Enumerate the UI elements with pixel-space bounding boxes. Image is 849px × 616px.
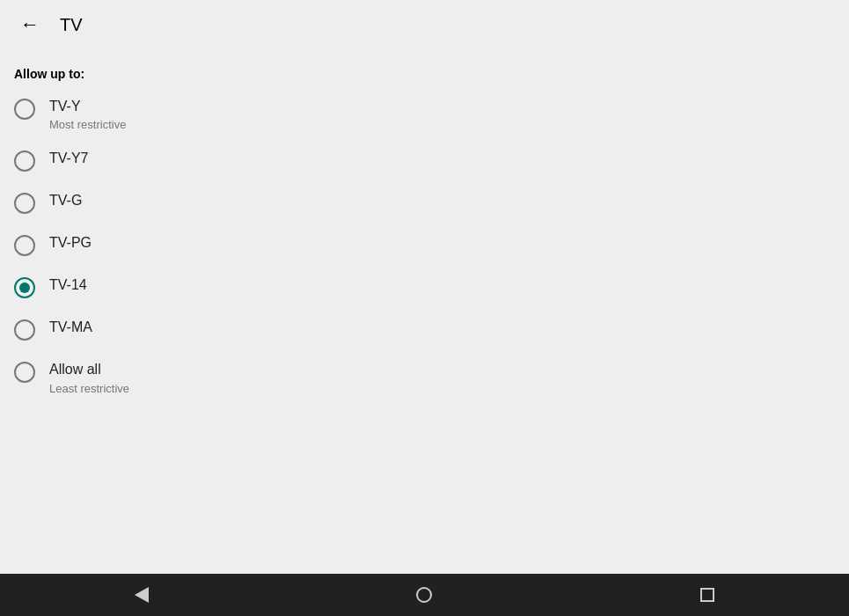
radio-item-tv-ma[interactable]: TV-MA [0,309,849,351]
radio-sublabel-allow-all: Least restrictive [49,382,129,395]
radio-text-tv-y: TV-YMost restrictive [49,97,126,131]
radio-text-tv-y7: TV-Y7 [49,149,88,168]
radio-item-tv-14[interactable]: TV-14 [0,267,849,309]
radio-text-tv-g: TV-G [49,191,82,210]
nav-recent-button[interactable] [681,574,734,616]
header: ← TV [0,0,849,49]
nav-back-icon [135,587,149,603]
section-label: Allow up to: [0,56,849,88]
radio-item-tv-y[interactable]: TV-YMost restrictive [0,88,849,140]
content: Allow up to: TV-YMost restrictiveTV-Y7TV… [0,49,849,574]
radio-label-tv-pg: TV-PG [49,233,91,253]
radio-label-tv-14: TV-14 [49,275,87,295]
radio-item-tv-pg[interactable]: TV-PG [0,224,849,267]
radio-label-allow-all: Allow all [49,360,129,379]
radio-circle-tv-y7 [14,150,35,172]
nav-back-button[interactable] [115,574,168,616]
radio-label-tv-y7: TV-Y7 [49,149,88,168]
radio-list: TV-YMost restrictiveTV-Y7TV-GTV-PGTV-14T… [0,88,849,404]
nav-home-icon [416,587,432,603]
radio-circle-allow-all [14,362,35,383]
radio-label-tv-ma: TV-MA [49,318,92,337]
nav-home-button[interactable] [398,574,450,616]
radio-text-tv-pg: TV-PG [49,233,91,253]
radio-label-tv-g: TV-G [49,191,82,210]
radio-item-tv-g[interactable]: TV-G [0,182,849,224]
nav-recent-icon [700,588,714,602]
back-arrow-icon: ← [20,13,40,36]
radio-item-allow-all[interactable]: Allow allLeast restrictive [0,351,849,403]
radio-circle-tv-g [14,193,35,214]
radio-text-tv-14: TV-14 [49,275,87,295]
radio-circle-tv-y [14,99,35,120]
screen: ← TV Allow up to: TV-YMost restrictiveTV… [0,0,849,616]
nav-bar [0,574,849,616]
radio-sublabel-tv-y: Most restrictive [49,118,126,131]
radio-item-tv-y7[interactable]: TV-Y7 [0,140,849,182]
radio-circle-tv-pg [14,235,35,256]
back-button[interactable]: ← [14,9,46,40]
page-title: TV [60,15,83,35]
radio-circle-tv-14 [14,277,35,298]
radio-text-allow-all: Allow allLeast restrictive [49,360,129,394]
radio-label-tv-y: TV-Y [49,97,126,116]
radio-circle-tv-ma [14,319,35,341]
radio-text-tv-ma: TV-MA [49,318,92,337]
